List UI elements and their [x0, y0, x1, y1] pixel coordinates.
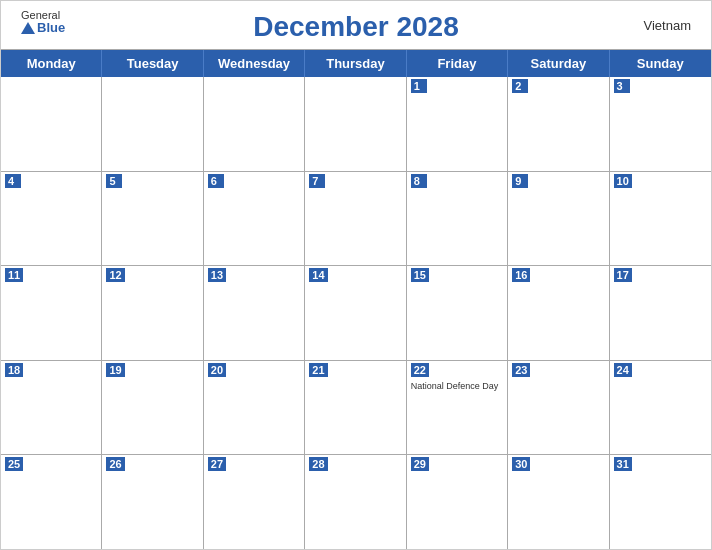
day-number: 9	[512, 174, 528, 188]
day-cell-9: 9	[508, 172, 609, 266]
day-cell-23: 23	[508, 361, 609, 455]
day-number: 13	[208, 268, 226, 282]
day-cell-24: 24	[610, 361, 711, 455]
day-cell-16: 16	[508, 266, 609, 360]
day-cell-18: 18	[1, 361, 102, 455]
day-cell-7: 7	[305, 172, 406, 266]
weeks-container: ----12345678910111213141516171819202122N…	[1, 77, 711, 549]
calendar-title: December 2028	[253, 11, 458, 43]
day-number: 14	[309, 268, 327, 282]
day-cell-1: 1	[407, 77, 508, 171]
week-row-2: 11121314151617	[1, 266, 711, 361]
day-number: 31	[614, 457, 632, 471]
day-cell-3: 3	[610, 77, 711, 171]
day-cell-26: 26	[102, 455, 203, 549]
day-cell-8: 8	[407, 172, 508, 266]
day-cell-4: 4	[1, 172, 102, 266]
day-cell-2: 2	[508, 77, 609, 171]
day-number: 12	[106, 268, 124, 282]
day-number: 19	[106, 363, 124, 377]
week-row-1: 45678910	[1, 172, 711, 267]
day-cell-6: 6	[204, 172, 305, 266]
day-cell-14: 14	[305, 266, 406, 360]
day-header-friday: Friday	[407, 50, 508, 77]
logo-area: General Blue	[21, 9, 65, 35]
day-cell-12: 12	[102, 266, 203, 360]
day-cell-30: 30	[508, 455, 609, 549]
day-header-monday: Monday	[1, 50, 102, 77]
day-number: 7	[309, 174, 325, 188]
day-cell-21: 21	[305, 361, 406, 455]
day-header-thursday: Thursday	[305, 50, 406, 77]
day-number: 16	[512, 268, 530, 282]
day-cell-28: 28	[305, 455, 406, 549]
day-cell-20: 20	[204, 361, 305, 455]
day-number: 23	[512, 363, 530, 377]
day-cell-17: 17	[610, 266, 711, 360]
day-number: 20	[208, 363, 226, 377]
day-cell-11: 11	[1, 266, 102, 360]
day-event: National Defence Day	[411, 381, 503, 392]
day-header-saturday: Saturday	[508, 50, 609, 77]
day-cell-empty-3: -	[305, 77, 406, 171]
day-cell-15: 15	[407, 266, 508, 360]
calendar-container: General Blue December 2028 Vietnam Monda…	[0, 0, 712, 550]
day-number: 15	[411, 268, 429, 282]
day-number: 27	[208, 457, 226, 471]
country-label: Vietnam	[644, 18, 691, 33]
day-number: 29	[411, 457, 429, 471]
day-number: 6	[208, 174, 224, 188]
day-number: 1	[411, 79, 427, 93]
day-cell-empty-2: -	[204, 77, 305, 171]
day-cell-empty-1: -	[102, 77, 203, 171]
week-row-4: 25262728293031	[1, 455, 711, 549]
day-cell-22: 22National Defence Day	[407, 361, 508, 455]
day-number: 24	[614, 363, 632, 377]
day-number: 10	[614, 174, 632, 188]
calendar-grid: MondayTuesdayWednesdayThursdayFridaySatu…	[1, 49, 711, 549]
day-header-wednesday: Wednesday	[204, 50, 305, 77]
day-number: 21	[309, 363, 327, 377]
day-cell-13: 13	[204, 266, 305, 360]
day-cell-19: 19	[102, 361, 203, 455]
day-number: 25	[5, 457, 23, 471]
day-number: 26	[106, 457, 124, 471]
day-number: 28	[309, 457, 327, 471]
week-row-3: 1819202122National Defence Day2324	[1, 361, 711, 456]
day-number: 8	[411, 174, 427, 188]
day-cell-empty-0: -	[1, 77, 102, 171]
day-number: 3	[614, 79, 630, 93]
week-row-0: ----123	[1, 77, 711, 172]
day-headers: MondayTuesdayWednesdayThursdayFridaySatu…	[1, 50, 711, 77]
day-header-sunday: Sunday	[610, 50, 711, 77]
day-number: 2	[512, 79, 528, 93]
day-number: 22	[411, 363, 429, 377]
day-number: 11	[5, 268, 23, 282]
day-header-tuesday: Tuesday	[102, 50, 203, 77]
calendar-header: General Blue December 2028 Vietnam	[1, 1, 711, 49]
day-cell-31: 31	[610, 455, 711, 549]
logo-blue-text: Blue	[21, 21, 65, 35]
day-cell-25: 25	[1, 455, 102, 549]
day-number: 5	[106, 174, 122, 188]
day-number: 17	[614, 268, 632, 282]
day-number: 4	[5, 174, 21, 188]
day-cell-10: 10	[610, 172, 711, 266]
day-cell-27: 27	[204, 455, 305, 549]
day-number: 18	[5, 363, 23, 377]
day-cell-5: 5	[102, 172, 203, 266]
logo-triangle-icon	[21, 22, 35, 34]
day-cell-29: 29	[407, 455, 508, 549]
day-number: 30	[512, 457, 530, 471]
